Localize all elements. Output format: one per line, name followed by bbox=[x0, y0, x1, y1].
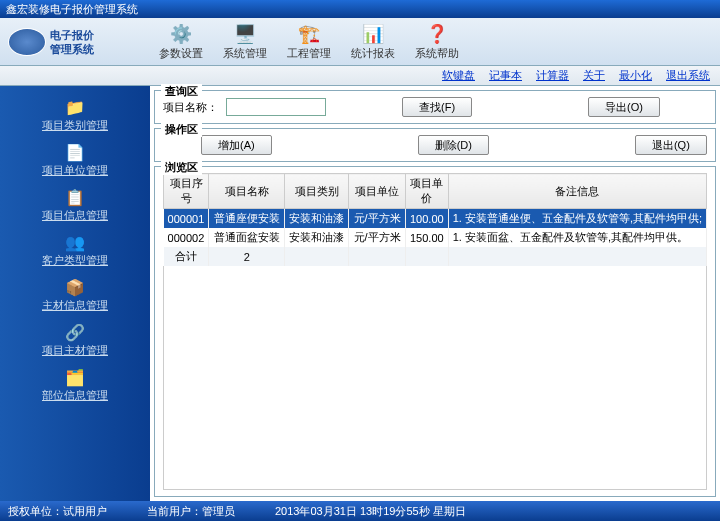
project-icon: 🏗️ bbox=[297, 22, 321, 46]
logo-icon bbox=[8, 28, 46, 56]
user-info: 当前用户：管理员 bbox=[147, 504, 235, 519]
params-icon: ⚙️ bbox=[169, 22, 193, 46]
report-button[interactable]: 📊统计报表 bbox=[342, 19, 404, 64]
table-row[interactable]: 000001 普通座便安装 安装和油漆 元/平方米 100.00 1. 安装普通… bbox=[164, 209, 707, 229]
browse-section: 浏览区 项目序号 项目名称 项目类别 项目单位 项目单价 备注信息 000001 bbox=[154, 166, 716, 497]
sidebar-item-category[interactable]: 📁项目类别管理 bbox=[0, 92, 150, 137]
delete-button[interactable]: 删除(D) bbox=[418, 135, 489, 155]
datetime: 2013年03月31日 13时19分55秒 星期日 bbox=[275, 504, 466, 519]
content: 查询区 项目名称： 查找(F) 导出(O) 操作区 增加(A) 删除(D) 退出… bbox=[150, 86, 720, 501]
keyboard-link[interactable]: 软键盘 bbox=[442, 68, 475, 83]
search-button[interactable]: 查找(F) bbox=[402, 97, 472, 117]
table-scroll-area[interactable] bbox=[163, 266, 707, 490]
help-icon: ❓ bbox=[425, 22, 449, 46]
link-icon: 🔗 bbox=[61, 321, 89, 343]
report-icon: 📊 bbox=[361, 22, 385, 46]
help-button[interactable]: ❓系统帮助 bbox=[406, 19, 468, 64]
logo-text: 电子报价 管理系统 bbox=[50, 28, 94, 56]
folder-icon: 📁 bbox=[61, 96, 89, 118]
exit-link[interactable]: 退出系统 bbox=[666, 68, 710, 83]
ops-section: 操作区 增加(A) 删除(D) 退出(Q) bbox=[154, 128, 716, 162]
minimize-link[interactable]: 最小化 bbox=[619, 68, 652, 83]
users-icon: 👥 bbox=[61, 231, 89, 253]
sidebar-position-info[interactable]: 🗂️部位信息管理 bbox=[0, 362, 150, 407]
box-icon: 📦 bbox=[61, 276, 89, 298]
sidebar-customer-type[interactable]: 👥客户类型管理 bbox=[0, 227, 150, 272]
project-button[interactable]: 🏗️工程管理 bbox=[278, 19, 340, 64]
calc-link[interactable]: 计算器 bbox=[536, 68, 569, 83]
auth-info: 授权单位：试用用户 bbox=[8, 504, 107, 519]
status-bar: 授权单位：试用用户 当前用户：管理员 2013年03月31日 13时19分55秒… bbox=[0, 501, 720, 521]
sidebar-item-unit[interactable]: 📄项目单位管理 bbox=[0, 137, 150, 182]
sidebar: 📁项目类别管理 📄项目单位管理 📋项目信息管理 👥客户类型管理 📦主材信息管理 … bbox=[0, 86, 150, 501]
toolbar: ⚙️参数设置 🖥️系统管理 🏗️工程管理 📊统计报表 ❓系统帮助 bbox=[150, 19, 468, 64]
link-bar: 软键盘 记事本 计算器 关于 最小化 退出系统 bbox=[0, 66, 720, 86]
exit-button[interactable]: 退出(Q) bbox=[635, 135, 707, 155]
system-button[interactable]: 🖥️系统管理 bbox=[214, 19, 276, 64]
sidebar-material-info[interactable]: 📦主材信息管理 bbox=[0, 272, 150, 317]
logo-area: 电子报价 管理系统 bbox=[0, 28, 150, 56]
list-icon: 📋 bbox=[61, 186, 89, 208]
window-title: 鑫宏装修电子报价管理系统 bbox=[6, 2, 138, 17]
table-header: 项目序号 项目名称 项目类别 项目单位 项目单价 备注信息 bbox=[164, 174, 707, 209]
params-button[interactable]: ⚙️参数设置 bbox=[150, 19, 212, 64]
grid-icon: 🗂️ bbox=[61, 366, 89, 388]
document-icon: 📄 bbox=[61, 141, 89, 163]
query-section: 查询区 项目名称： 查找(F) 导出(O) bbox=[154, 90, 716, 124]
about-link[interactable]: 关于 bbox=[583, 68, 605, 83]
data-table[interactable]: 项目序号 项目名称 项目类别 项目单位 项目单价 备注信息 000001 普通座… bbox=[163, 173, 707, 266]
sidebar-item-material[interactable]: 🔗项目主材管理 bbox=[0, 317, 150, 362]
name-input[interactable] bbox=[226, 98, 326, 116]
sidebar-item-info[interactable]: 📋项目信息管理 bbox=[0, 182, 150, 227]
export-button[interactable]: 导出(O) bbox=[588, 97, 660, 117]
notepad-link[interactable]: 记事本 bbox=[489, 68, 522, 83]
table-row-total: 合计 2 bbox=[164, 247, 707, 266]
table-row[interactable]: 000002 普通面盆安装 安装和油漆 元/平方米 150.00 1. 安装面盆… bbox=[164, 228, 707, 247]
add-button[interactable]: 增加(A) bbox=[201, 135, 272, 155]
system-icon: 🖥️ bbox=[233, 22, 257, 46]
title-bar: 鑫宏装修电子报价管理系统 bbox=[0, 0, 720, 18]
header: 电子报价 管理系统 ⚙️参数设置 🖥️系统管理 🏗️工程管理 📊统计报表 ❓系统… bbox=[0, 18, 720, 66]
name-label: 项目名称： bbox=[163, 100, 218, 115]
main: 📁项目类别管理 📄项目单位管理 📋项目信息管理 👥客户类型管理 📦主材信息管理 … bbox=[0, 86, 720, 501]
